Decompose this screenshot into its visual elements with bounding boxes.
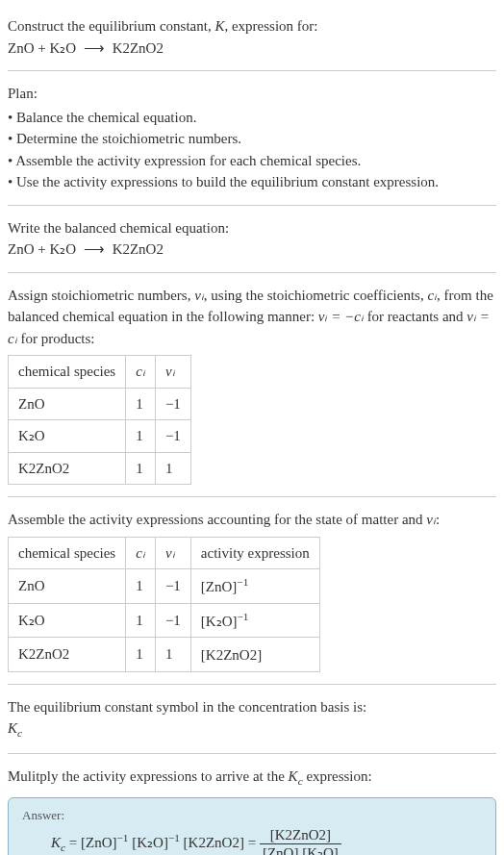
eq-lhs: ZnO + K₂O — [8, 241, 76, 257]
cell-species: ZnO — [9, 388, 126, 420]
col-species: chemical species — [9, 537, 126, 569]
stoich-text: , using the stoichiometric coefficients, — [204, 288, 428, 303]
kc-symbol: Kc — [289, 768, 303, 784]
table-row: K₂O 1 −1 — [9, 420, 191, 453]
equals: = — [65, 835, 81, 850]
term3: [K2ZnO2] — [184, 835, 244, 850]
plan-item: Balance the chemical equation. — [8, 107, 496, 129]
stoich-text: Assign stoichiometric numbers, — [8, 288, 194, 303]
table-row: K2ZnO2 1 1 — [9, 452, 191, 485]
cell-vi: −1 — [155, 603, 190, 638]
cell-activity: [K₂O]−1 — [190, 603, 319, 638]
balanced-block: Write the balanced chemical equation: Zn… — [8, 217, 496, 261]
divider — [8, 272, 496, 273]
table-row: ZnO 1 −1 — [9, 388, 191, 420]
activity-label-post: : — [436, 512, 440, 527]
equals: = — [244, 835, 260, 850]
col-ci: cᵢ — [126, 356, 156, 389]
stoich-text: for reactants and — [364, 309, 466, 324]
balanced-equation: ZnO + K₂O ⟶ K2ZnO2 — [8, 241, 164, 257]
cell-species: ZnO — [9, 569, 126, 604]
cell-species: K₂O — [9, 603, 126, 638]
eq-rhs: K2ZnO2 — [113, 241, 164, 257]
cell-species: K2ZnO2 — [9, 638, 126, 672]
plan-label: Plan: — [8, 86, 38, 101]
eq-lhs: ZnO + K₂O — [8, 40, 76, 56]
plan-list: Balance the chemical equation. Determine… — [8, 107, 496, 193]
cell-vi: 1 — [155, 452, 190, 485]
plan-item: Assemble the activity expression for eac… — [8, 150, 496, 172]
fraction-numerator: [K2ZnO2] — [260, 827, 341, 844]
plan-item: Determine the stoichiometric numbers. — [8, 128, 496, 150]
multiply-block: Mulitply the activity expressions to arr… — [8, 766, 496, 790]
activity-label: Assemble the activity expressions accoun… — [8, 512, 426, 527]
prompt-K: K — [214, 18, 224, 34]
stoich-sym: cᵢ — [427, 288, 437, 303]
multiply-text: Mulitply the activity expressions to arr… — [8, 768, 289, 784]
kc-symbol: Kc — [51, 835, 65, 850]
col-vi: νᵢ — [155, 537, 190, 569]
answer-expression: Kc = [ZnO]−1 [K₂O]−1 [K2ZnO2] = [K2ZnO2]… — [22, 827, 482, 855]
symbol-text: The equilibrium constant symbol in the c… — [8, 699, 366, 715]
col-vi: νᵢ — [155, 356, 190, 389]
arrow-icon: ⟶ — [80, 241, 109, 257]
prompt-text-post: , expression for: — [224, 18, 317, 34]
activity-exp: −1 — [238, 611, 249, 622]
col-species: chemical species — [9, 356, 126, 389]
divider — [8, 496, 496, 497]
activity-exp: −1 — [237, 576, 248, 588]
fraction: [K2ZnO2] [ZnO] [K₂O] — [260, 827, 341, 855]
fraction-denominator: [ZnO] [K₂O] — [260, 844, 341, 855]
cell-vi: −1 — [155, 569, 190, 604]
prompt-block: Construct the equilibrium constant, K, e… — [8, 15, 496, 59]
activity-base: [ZnO] — [201, 579, 238, 594]
stoich-table: chemical species cᵢ νᵢ ZnO 1 −1 K₂O 1 −1… — [8, 355, 191, 485]
activity-block: Assemble the activity expressions accoun… — [8, 509, 496, 672]
stoich-sym: νᵢ — [194, 288, 204, 303]
term1-base: [ZnO] — [81, 835, 117, 850]
cell-species: K2ZnO2 — [9, 452, 126, 485]
col-activity: activity expression — [190, 537, 319, 569]
term1-exp: −1 — [116, 832, 128, 843]
table-header-row: chemical species cᵢ νᵢ — [9, 356, 191, 389]
cell-activity: [ZnO]−1 — [190, 569, 319, 604]
stoich-block: Assign stoichiometric numbers, νᵢ, using… — [8, 285, 496, 486]
term2-base: [K₂O] — [132, 835, 168, 850]
table-row: K₂O 1 −1 [K₂O]−1 — [9, 603, 320, 638]
kc-K: K — [289, 768, 298, 784]
prompt-equation: ZnO + K₂O ⟶ K2ZnO2 — [8, 40, 164, 56]
eq-rhs: K2ZnO2 — [113, 40, 164, 56]
cell-ci: 1 — [126, 388, 156, 420]
cell-species: K₂O — [9, 420, 126, 453]
cell-ci: 1 — [126, 638, 156, 672]
stoich-text: for products: — [17, 331, 95, 346]
multiply-text-post: expression: — [303, 768, 372, 784]
table-row: K2ZnO2 1 1 [K2ZnO2] — [9, 638, 320, 672]
term2-exp: −1 — [168, 832, 180, 843]
arrow-icon: ⟶ — [80, 40, 109, 56]
plan-item: Use the activity expressions to build th… — [8, 171, 496, 193]
divider — [8, 70, 496, 71]
answer-box: Answer: Kc = [ZnO]−1 [K₂O]−1 [K2ZnO2] = … — [8, 797, 496, 855]
plan-block: Plan: Balance the chemical equation. Det… — [8, 83, 496, 193]
kc-K: K — [51, 835, 61, 850]
cell-ci: 1 — [126, 420, 156, 453]
balanced-label: Write the balanced chemical equation: — [8, 220, 229, 236]
activity-sym: νᵢ — [426, 512, 436, 527]
divider — [8, 684, 496, 685]
col-ci: cᵢ — [126, 537, 156, 569]
prompt-text: Construct the equilibrium constant, — [8, 18, 214, 34]
stoich-rel: νᵢ = −cᵢ — [318, 309, 364, 324]
activity-base: [K₂O] — [201, 614, 238, 629]
activity-base: [K2ZnO2] — [201, 647, 262, 663]
cell-vi: −1 — [155, 388, 190, 420]
cell-vi: 1 — [155, 638, 190, 672]
table-row: ZnO 1 −1 [ZnO]−1 — [9, 569, 320, 604]
answer-label: Answer: — [22, 808, 482, 823]
cell-vi: −1 — [155, 420, 190, 453]
table-header-row: chemical species cᵢ νᵢ activity expressi… — [9, 537, 320, 569]
kc-K: K — [8, 720, 17, 736]
divider — [8, 753, 496, 754]
kc-symbol: Kc — [8, 720, 22, 736]
divider — [8, 205, 496, 206]
